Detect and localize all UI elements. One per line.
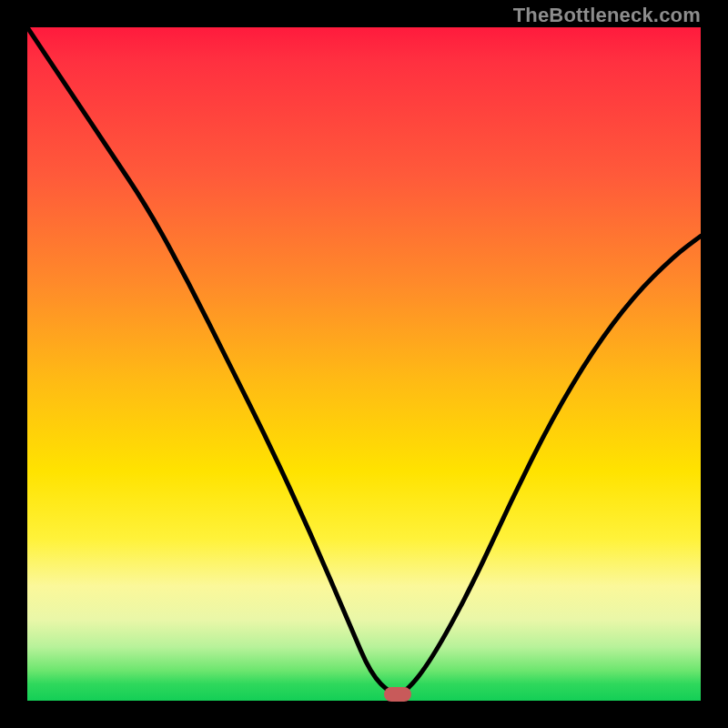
optimal-point-marker [384, 687, 411, 702]
chart-frame: TheBottleneck.com [0, 0, 728, 728]
watermark-text: TheBottleneck.com [513, 4, 701, 27]
bottleneck-curve [27, 27, 701, 701]
plot-area [27, 27, 701, 701]
curve-path [27, 27, 701, 694]
